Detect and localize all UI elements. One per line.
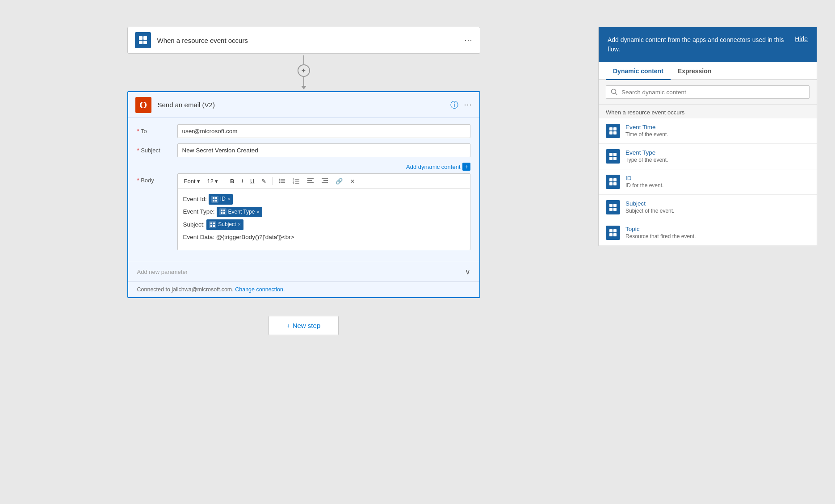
- event-type-token[interactable]: Event Type ×: [217, 207, 262, 218]
- svg-point-4: [279, 179, 280, 180]
- svg-rect-23: [213, 197, 214, 199]
- italic-button[interactable]: I: [239, 177, 246, 185]
- new-step-button[interactable]: + New step: [269, 316, 339, 335]
- svg-rect-43: [609, 157, 613, 160]
- add-dynamic-row: Add dynamic content +: [137, 163, 470, 171]
- param-dropdown-arrow[interactable]: ∨: [465, 268, 470, 276]
- topic-name: Topic: [625, 226, 696, 232]
- dynamic-item-event-type[interactable]: Event Type Type of the event.: [599, 144, 817, 169]
- action-header: O Send an email (V2) ⓘ ···: [128, 92, 479, 118]
- add-param-row: Add new parameter ∨: [128, 262, 479, 281]
- highlight-button[interactable]: ✎: [259, 177, 269, 185]
- align-left-button[interactable]: [304, 176, 317, 185]
- tab-dynamic-content[interactable]: Dynamic content: [606, 62, 671, 80]
- body-line-4: Event Data: @{triggerBody()?['data']}<br…: [183, 232, 465, 243]
- to-row: * To: [137, 124, 470, 138]
- add-step-button[interactable]: +: [298, 64, 310, 77]
- editor-toolbar: Font ▾ 12 ▾ B I: [178, 174, 470, 189]
- subject-label: * Subject: [137, 143, 177, 154]
- svg-rect-51: [609, 208, 613, 211]
- numbered-list-button[interactable]: 1. 2. 3.: [290, 176, 302, 185]
- connected-text: Connected to jalichwa@microsoft.com.: [137, 286, 234, 293]
- to-input[interactable]: [177, 124, 470, 138]
- subject-token-label: Subject: [218, 220, 236, 230]
- add-dynamic-button[interactable]: Add dynamic content +: [406, 163, 470, 171]
- subject-token[interactable]: Subject ×: [206, 219, 243, 230]
- svg-text:3.: 3.: [293, 182, 295, 185]
- event-type-icon: [606, 149, 620, 164]
- subject-token-remove[interactable]: ×: [238, 220, 240, 229]
- svg-rect-26: [215, 200, 217, 202]
- action-title: Send an email (V2): [158, 101, 451, 109]
- link-button[interactable]: 🔗: [333, 177, 345, 185]
- event-type-label: Event Type:: [183, 206, 215, 217]
- id-token-label: ID: [220, 194, 226, 204]
- svg-rect-30: [223, 212, 225, 214]
- svg-rect-55: [609, 233, 613, 236]
- add-param-placeholder[interactable]: Add new parameter: [137, 269, 465, 275]
- svg-point-6: [279, 182, 280, 183]
- outlook-letter: O: [139, 99, 147, 111]
- panel-hide-button[interactable]: Hide: [795, 35, 808, 42]
- svg-rect-52: [613, 208, 617, 211]
- svg-rect-53: [609, 229, 613, 232]
- dynamic-item-subject[interactable]: Subject Subject of the event.: [599, 195, 817, 220]
- align-right-button[interactable]: [319, 176, 331, 185]
- connector-line-bottom: [303, 77, 304, 86]
- dynamic-item-id[interactable]: ID ID for the event.: [599, 169, 817, 195]
- svg-rect-54: [613, 229, 617, 232]
- action-more-button[interactable]: ···: [464, 100, 472, 109]
- subject-name: Subject: [625, 200, 674, 207]
- panel-header: Add dynamic content from the apps and co…: [599, 27, 817, 62]
- tab-expression[interactable]: Expression: [671, 62, 718, 80]
- body-line-1: Event Id: ID ×: [183, 194, 465, 205]
- trigger-icon: [135, 32, 151, 48]
- underline-button[interactable]: U: [248, 177, 257, 185]
- svg-rect-25: [213, 200, 214, 202]
- svg-rect-56: [613, 233, 617, 236]
- event-time-icon: [606, 124, 620, 138]
- action-body: * To * Subject Add dynamic content +: [128, 118, 479, 262]
- subject-text: Subject Subject of the event.: [625, 200, 674, 214]
- svg-line-36: [616, 93, 617, 95]
- id-token-remove[interactable]: ×: [227, 195, 230, 204]
- search-input[interactable]: [621, 89, 805, 96]
- id-token[interactable]: ID ×: [209, 194, 233, 205]
- panel-search-area: [599, 80, 817, 105]
- event-type-token-remove[interactable]: ×: [256, 208, 259, 217]
- svg-rect-32: [213, 223, 215, 224]
- body-content-area[interactable]: Event Id: ID × Event Type:: [178, 189, 470, 250]
- change-connection-link[interactable]: Change connection.: [235, 286, 285, 293]
- svg-rect-46: [613, 178, 617, 181]
- svg-rect-24: [215, 197, 217, 199]
- event-type-desc: Type of the event.: [625, 157, 668, 163]
- trigger-more-button[interactable]: ···: [464, 36, 472, 45]
- flow-area: When a resource event occurs ··· + O Sen…: [18, 18, 589, 486]
- toolbar-separator-1: [224, 177, 224, 185]
- subject-desc: Subject of the event.: [625, 208, 674, 214]
- dynamic-item-topic[interactable]: Topic Resource that fired the event.: [599, 220, 817, 246]
- dynamic-item-event-time[interactable]: Event Time Time of the event.: [599, 118, 817, 144]
- bullet-list-button[interactable]: [276, 176, 288, 185]
- panel-tabs: Dynamic content Expression: [599, 62, 817, 80]
- svg-rect-50: [613, 204, 617, 207]
- svg-point-5: [279, 181, 280, 181]
- event-type-name: Event Type: [625, 149, 668, 156]
- subject-token-icon: [209, 221, 216, 228]
- bold-button[interactable]: B: [227, 177, 237, 185]
- plus-icon: +: [302, 67, 306, 75]
- svg-rect-3: [143, 41, 147, 44]
- id-icon: [606, 175, 620, 189]
- event-time-name: Event Time: [625, 124, 668, 130]
- svg-rect-31: [210, 223, 212, 224]
- font-dropdown[interactable]: Font ▾: [181, 177, 203, 185]
- body-row: * Body Font ▾ 12 ▾: [137, 173, 470, 250]
- id-text: ID ID for the event.: [625, 175, 663, 189]
- font-size-dropdown[interactable]: 12 ▾: [205, 177, 221, 185]
- svg-rect-40: [613, 131, 617, 134]
- subject-input[interactable]: [177, 143, 470, 157]
- topic-text: Topic Resource that fired the event.: [625, 226, 696, 239]
- info-button[interactable]: ⓘ: [450, 100, 458, 110]
- clear-format-button[interactable]: ✕: [347, 176, 360, 185]
- svg-rect-44: [613, 157, 617, 160]
